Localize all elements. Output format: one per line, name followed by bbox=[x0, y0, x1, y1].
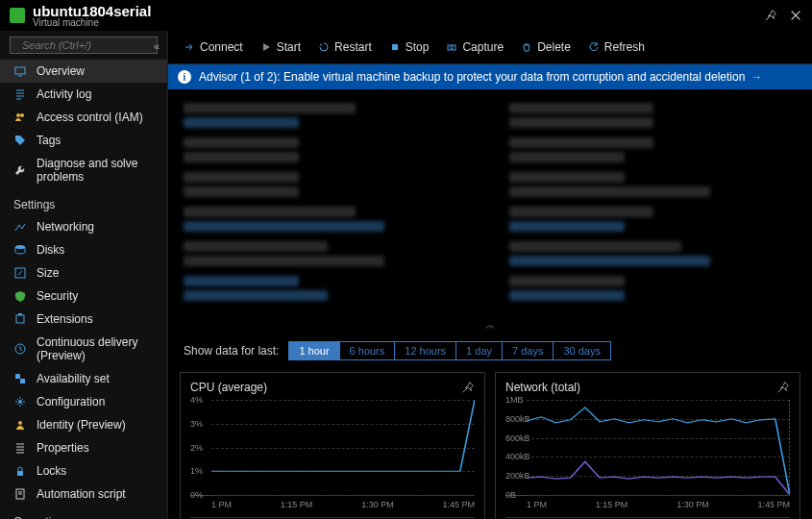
advisor-text: Advisor (1 of 2): Enable virtual machine… bbox=[199, 70, 745, 84]
svg-point-4 bbox=[15, 245, 25, 249]
sidebar-item-label: Security bbox=[37, 289, 78, 303]
pin-chart-icon[interactable] bbox=[461, 381, 475, 394]
log-icon bbox=[13, 87, 27, 101]
svg-point-2 bbox=[16, 113, 20, 117]
chart-title: CPU (average) bbox=[190, 381, 475, 394]
sidebar-item-label: Properties bbox=[37, 441, 89, 455]
capture-button[interactable]: Capture bbox=[438, 37, 511, 58]
svg-point-19 bbox=[451, 46, 454, 49]
sidebar-item-label: Networking bbox=[37, 220, 94, 234]
sidebar: « OverviewActivity logAccess control (IA… bbox=[0, 31, 168, 519]
monitor-icon bbox=[13, 64, 27, 78]
sidebar-item-label: Tags bbox=[37, 134, 61, 147]
refresh-button[interactable]: Refresh bbox=[580, 37, 652, 58]
sidebar-item-diagnose-and-solve-problems[interactable]: Diagnose and solve problems bbox=[0, 152, 167, 188]
sidebar-item-label: Identity (Preview) bbox=[37, 418, 126, 432]
svg-rect-10 bbox=[20, 379, 25, 383]
chart-title: Network (total) bbox=[505, 381, 790, 394]
sidebar-item-continuous-delivery-preview-[interactable]: Continuous delivery (Preview) bbox=[0, 331, 167, 367]
sidebar-item-activity-log[interactable]: Activity log bbox=[0, 83, 167, 106]
sidebar-item-security[interactable]: Security bbox=[0, 284, 167, 308]
close-icon[interactable] bbox=[789, 9, 802, 22]
sidebar-item-tags[interactable]: Tags bbox=[0, 129, 167, 152]
sidebar-item-availability-set[interactable]: Availability set bbox=[0, 367, 167, 390]
info-icon: i bbox=[178, 70, 191, 84]
section-settings: Settings bbox=[0, 188, 167, 215]
sidebar-item-label: Extensions bbox=[37, 312, 93, 326]
sidebar-item-networking[interactable]: Networking bbox=[0, 215, 167, 238]
sidebar-item-label: Configuration bbox=[37, 395, 105, 408]
pin-chart-icon[interactable] bbox=[776, 381, 790, 394]
sidebar-item-disks[interactable]: Disks bbox=[0, 238, 167, 261]
pin-icon[interactable] bbox=[764, 9, 777, 22]
time-range-6-hours[interactable]: 6 hours bbox=[339, 341, 395, 360]
svg-point-11 bbox=[18, 400, 22, 404]
toolbar: Connect Start Restart Stop Capture Delet… bbox=[168, 31, 812, 64]
delete-button[interactable]: Delete bbox=[513, 37, 578, 58]
sidebar-item-label: Access control (IAM) bbox=[37, 111, 143, 124]
wrench-icon bbox=[13, 163, 27, 177]
svg-rect-17 bbox=[392, 44, 398, 50]
advisor-arrow-icon: → bbox=[750, 70, 762, 84]
sidebar-item-label: Diagnose and solve problems bbox=[37, 157, 154, 184]
gear-icon bbox=[13, 395, 27, 408]
time-range-12-hours[interactable]: 12 hours bbox=[394, 341, 455, 360]
time-range-label: Show data for last: bbox=[184, 344, 279, 358]
props-icon bbox=[13, 441, 27, 455]
time-range-1-day[interactable]: 1 day bbox=[455, 341, 502, 360]
time-range-1-hour[interactable]: 1 hour bbox=[288, 341, 338, 360]
sidebar-item-configuration[interactable]: Configuration bbox=[0, 390, 167, 413]
sidebar-item-label: Availability set bbox=[37, 372, 110, 385]
ext-icon bbox=[13, 312, 27, 326]
sidebar-item-label: Disks bbox=[37, 243, 64, 257]
id-icon bbox=[13, 418, 27, 432]
disk-icon bbox=[13, 243, 27, 257]
time-range-30-days[interactable]: 30 days bbox=[553, 341, 611, 360]
sidebar-item-label: Continuous delivery (Preview) bbox=[37, 335, 154, 362]
sidebar-item-label: Size bbox=[37, 266, 59, 280]
section-operations: Operations bbox=[0, 506, 167, 519]
svg-rect-1 bbox=[15, 67, 25, 74]
people-icon bbox=[13, 111, 27, 124]
sidebar-item-size[interactable]: Size bbox=[0, 261, 167, 284]
sidebar-item-identity-preview-[interactable]: Identity (Preview) bbox=[0, 413, 167, 436]
restart-button[interactable]: Restart bbox=[310, 37, 380, 58]
connect-button[interactable]: Connect bbox=[176, 37, 251, 58]
search-input-wrapper[interactable] bbox=[10, 37, 158, 54]
stop-button[interactable]: Stop bbox=[381, 37, 437, 58]
avail-icon bbox=[13, 372, 27, 385]
svg-rect-6 bbox=[16, 315, 24, 323]
cd-icon bbox=[13, 342, 27, 356]
collapse-props-icon[interactable]: ︽ bbox=[168, 316, 812, 334]
vm-icon bbox=[10, 8, 25, 23]
collapse-sidebar-icon[interactable]: « bbox=[154, 40, 160, 52]
sidebar-item-locks[interactable]: Locks bbox=[0, 459, 167, 482]
sidebar-item-overview[interactable]: Overview bbox=[0, 60, 167, 83]
svg-point-3 bbox=[20, 113, 24, 117]
tag-icon bbox=[13, 134, 27, 147]
time-range-7-days[interactable]: 7 days bbox=[502, 341, 553, 360]
search-input[interactable] bbox=[22, 39, 156, 51]
svg-rect-9 bbox=[15, 374, 20, 379]
overview-properties bbox=[168, 89, 812, 316]
start-button[interactable]: Start bbox=[253, 37, 308, 58]
chart-cpu-average-: CPU (average)0%1%2%3%4%1 PM1:15 PM1:30 P… bbox=[180, 372, 485, 519]
svg-rect-7 bbox=[18, 313, 22, 315]
svg-point-12 bbox=[18, 421, 22, 425]
svg-rect-13 bbox=[17, 471, 23, 476]
net-icon bbox=[13, 220, 27, 234]
script-icon bbox=[13, 487, 27, 501]
chart-network-total-: Network (total)0B200kB400kB600kB800kB1MB… bbox=[495, 372, 800, 519]
sidebar-item-extensions[interactable]: Extensions bbox=[0, 308, 167, 331]
sidebar-item-properties[interactable]: Properties bbox=[0, 436, 167, 459]
size-icon bbox=[13, 266, 27, 280]
sidebar-item-label: Activity log bbox=[37, 87, 91, 101]
sidebar-item-access-control-iam-[interactable]: Access control (IAM) bbox=[0, 106, 167, 129]
advisor-banner[interactable]: i Advisor (1 of 2): Enable virtual machi… bbox=[168, 64, 812, 89]
shield-icon bbox=[13, 289, 27, 303]
lock-icon bbox=[13, 464, 27, 478]
sidebar-item-label: Locks bbox=[37, 464, 66, 478]
sidebar-item-label: Automation script bbox=[37, 487, 126, 501]
sidebar-item-label: Overview bbox=[37, 64, 85, 78]
sidebar-item-automation-script[interactable]: Automation script bbox=[0, 482, 167, 506]
